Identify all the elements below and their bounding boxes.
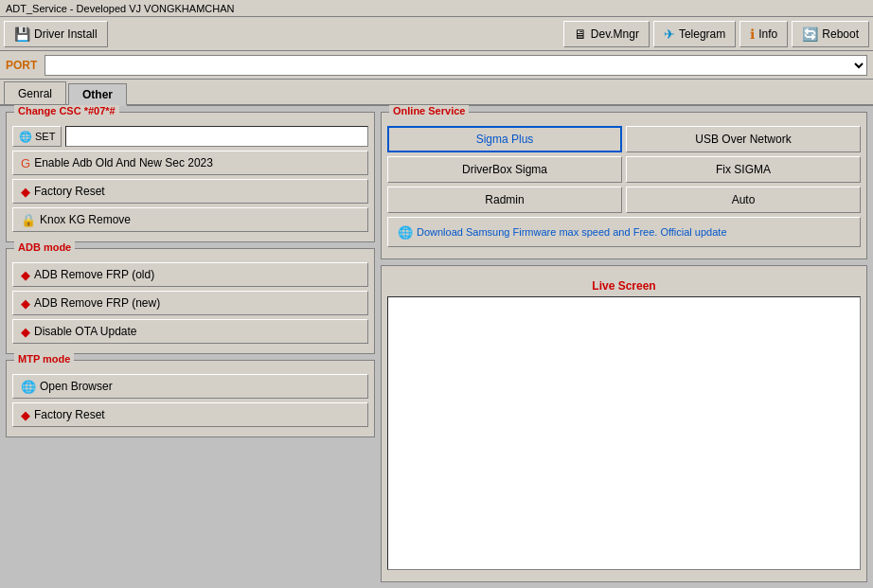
port-label: PORT	[6, 59, 37, 72]
adb-remove-frp-old-button[interactable]: ◆ ADB Remove FRP (old)	[12, 262, 368, 287]
driver-icon: 💾	[14, 27, 30, 42]
title-text: ADT_Service - Developed VJ VONGKHAMCHAN	[6, 3, 234, 14]
adb-mode-title: ADB mode	[14, 241, 75, 253]
right-panel: Online Service Sigma Plus USB Over Netwo…	[381, 112, 867, 582]
reboot-button[interactable]: 🔄 Reboot	[792, 21, 869, 47]
driver-install-button[interactable]: 💾 Driver Install	[4, 21, 108, 47]
dev-mngr-button[interactable]: 🖥 Dev.Mngr	[563, 21, 650, 47]
mtp-factory-reset-button[interactable]: ◆ Factory Reset	[12, 402, 368, 427]
diamond-icon4: ◆	[21, 325, 30, 339]
main-content: Change CSC *#07*# 🌐 SET G Enable Adb Old…	[0, 106, 873, 588]
globe-icon2: 🌐	[21, 380, 36, 394]
live-screen-display	[387, 296, 861, 570]
auto-button[interactable]: Auto	[626, 187, 861, 213]
telegram-icon: ✈	[664, 27, 675, 42]
telegram-button[interactable]: ✈ Telegram	[653, 21, 736, 47]
left-panel: Change CSC *#07*# 🌐 SET G Enable Adb Old…	[6, 112, 375, 582]
adb-remove-frp-new-button[interactable]: ◆ ADB Remove FRP (new)	[12, 291, 368, 315]
mtp-mode-group: MTP mode 🌐 Open Browser ◆ Factory Reset	[6, 360, 375, 437]
csc-input-field[interactable]	[65, 126, 368, 147]
usb-over-network-button[interactable]: USB Over Network	[626, 126, 861, 152]
disable-ota-button[interactable]: ◆ Disable OTA Update	[12, 319, 368, 344]
diamond-icon5: ◆	[21, 408, 30, 422]
download-icon: 🌐	[398, 225, 413, 240]
tab-other[interactable]: Other	[68, 83, 127, 106]
google-icon: G	[21, 156, 30, 170]
globe-icon: 🌐	[19, 131, 32, 143]
adb-mode-group: ADB mode ◆ ADB Remove FRP (old) ◆ ADB Re…	[6, 248, 375, 354]
info-button[interactable]: ℹ Info	[739, 21, 788, 47]
enable-adb-button[interactable]: G Enable Adb Old And New Sec 2023	[12, 151, 368, 175]
info-icon: ℹ	[750, 27, 755, 42]
tab-genral[interactable]: Genral	[4, 81, 66, 104]
diamond-icon3: ◆	[21, 296, 30, 311]
title-bar: ADT_Service - Developed VJ VONGKHAMCHAN	[0, 0, 873, 17]
diamond-icon: ◆	[21, 185, 30, 199]
change-csc-group: Change CSC *#07*# 🌐 SET G Enable Adb Old…	[6, 112, 375, 242]
factory-reset-button[interactable]: ◆ Factory Reset	[12, 179, 368, 204]
lock-icon: 🔒	[21, 213, 36, 227]
mtp-mode-title: MTP mode	[14, 353, 74, 365]
tabs-bar: Genral Other	[0, 80, 873, 106]
devmngr-icon: 🖥	[574, 27, 587, 42]
online-service-group: Online Service Sigma Plus USB Over Netwo…	[381, 112, 867, 259]
online-service-title: Online Service	[389, 105, 469, 116]
open-browser-button[interactable]: 🌐 Open Browser	[12, 374, 368, 399]
sigma-plus-button[interactable]: Sigma Plus	[387, 126, 622, 152]
live-screen-title: Live Screen	[387, 279, 861, 293]
download-firmware-button[interactable]: 🌐 Download Samsung Firmware max speed an…	[387, 217, 861, 247]
port-select[interactable]	[45, 55, 867, 76]
toolbar: 💾 Driver Install 🖥 Dev.Mngr ✈ Telegram ℹ…	[0, 17, 873, 51]
driverbox-sigma-button[interactable]: DriverBox Sigma	[387, 156, 622, 183]
live-screen-box: Live Screen	[381, 265, 867, 582]
port-bar: PORT	[0, 51, 873, 80]
radmin-button[interactable]: Radmin	[387, 187, 622, 213]
change-csc-title: Change CSC *#07*#	[14, 105, 119, 116]
diamond-icon2: ◆	[21, 268, 30, 282]
csc-set-button[interactable]: 🌐 SET	[12, 126, 62, 147]
fix-sigma-button[interactable]: Fix SIGMA	[626, 156, 861, 183]
reboot-icon: 🔄	[802, 27, 818, 42]
knox-remove-button[interactable]: 🔒 Knox KG Remove	[12, 207, 368, 232]
